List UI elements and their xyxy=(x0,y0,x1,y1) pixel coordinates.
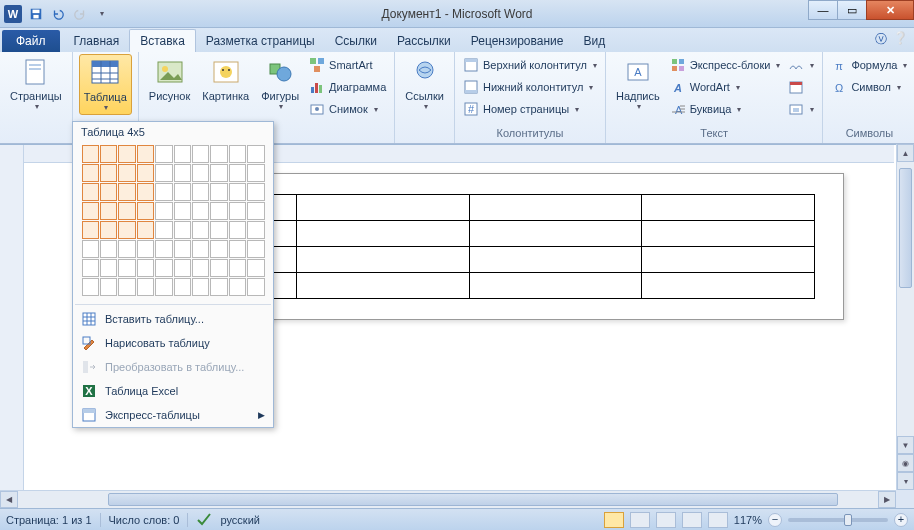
hscroll-thumb[interactable] xyxy=(108,493,838,506)
textbox-button[interactable]: A Надпись▾ xyxy=(612,54,664,113)
table-grid-picker[interactable] xyxy=(73,142,273,302)
grid-cell[interactable] xyxy=(174,164,191,182)
grid-cell[interactable] xyxy=(100,145,117,163)
grid-cell[interactable] xyxy=(82,202,99,220)
grid-cell[interactable] xyxy=(247,240,264,258)
tab-file[interactable]: Файл xyxy=(2,30,60,52)
grid-cell[interactable] xyxy=(82,278,99,296)
tab-home[interactable]: Главная xyxy=(64,30,130,52)
grid-cell[interactable] xyxy=(210,240,227,258)
next-page-button[interactable]: ▾ xyxy=(897,472,914,490)
grid-cell[interactable] xyxy=(82,240,99,258)
grid-cell[interactable] xyxy=(229,278,246,296)
grid-cell[interactable] xyxy=(137,259,154,277)
datetime-button[interactable] xyxy=(786,76,816,98)
grid-cell[interactable] xyxy=(174,259,191,277)
grid-cell[interactable] xyxy=(82,164,99,182)
redo-button[interactable] xyxy=(70,4,90,24)
grid-cell[interactable] xyxy=(100,278,117,296)
grid-cell[interactable] xyxy=(192,145,209,163)
maximize-button[interactable]: ▭ xyxy=(837,0,867,20)
horizontal-scrollbar[interactable]: ◀ ▶ xyxy=(0,490,896,508)
grid-cell[interactable] xyxy=(155,164,172,182)
signature-button[interactable]: ▾ xyxy=(786,54,816,76)
grid-cell[interactable] xyxy=(192,164,209,182)
grid-cell[interactable] xyxy=(247,259,264,277)
close-button[interactable]: ✕ xyxy=(866,0,914,20)
grid-cell[interactable] xyxy=(100,202,117,220)
object-button[interactable]: ▾ xyxy=(786,98,816,120)
grid-cell[interactable] xyxy=(210,202,227,220)
vscroll-thumb[interactable] xyxy=(899,168,912,288)
word-count[interactable]: Число слов: 0 xyxy=(109,514,180,526)
grid-cell[interactable] xyxy=(118,240,135,258)
grid-cell[interactable] xyxy=(247,202,264,220)
smartart-button[interactable]: SmartArt xyxy=(307,54,388,76)
grid-cell[interactable] xyxy=(137,221,154,239)
grid-cell[interactable] xyxy=(210,259,227,277)
grid-cell[interactable] xyxy=(174,221,191,239)
grid-cell[interactable] xyxy=(229,145,246,163)
insert-table-item[interactable]: Вставить таблицу... xyxy=(73,307,273,331)
quickparts-button[interactable]: Экспресс-блоки▾ xyxy=(668,54,783,76)
grid-cell[interactable] xyxy=(155,278,172,296)
grid-cell[interactable] xyxy=(155,240,172,258)
grid-cell[interactable] xyxy=(210,164,227,182)
grid-cell[interactable] xyxy=(82,183,99,201)
chart-button[interactable]: Диаграмма xyxy=(307,76,388,98)
grid-cell[interactable] xyxy=(174,278,191,296)
grid-cell[interactable] xyxy=(174,202,191,220)
spellcheck-icon[interactable] xyxy=(196,512,212,528)
grid-cell[interactable] xyxy=(192,183,209,201)
scroll-right-button[interactable]: ▶ xyxy=(878,491,896,508)
grid-cell[interactable] xyxy=(155,221,172,239)
grid-cell[interactable] xyxy=(229,240,246,258)
grid-cell[interactable] xyxy=(118,221,135,239)
qat-customize-icon[interactable]: ▾ xyxy=(92,4,112,24)
grid-cell[interactable] xyxy=(229,259,246,277)
grid-cell[interactable] xyxy=(82,259,99,277)
scroll-up-button[interactable]: ▲ xyxy=(897,144,914,162)
print-layout-view[interactable] xyxy=(604,512,624,528)
prev-page-button[interactable]: ◉ xyxy=(897,454,914,472)
grid-cell[interactable] xyxy=(192,240,209,258)
grid-cell[interactable] xyxy=(137,202,154,220)
grid-cell[interactable] xyxy=(174,145,191,163)
grid-cell[interactable] xyxy=(137,164,154,182)
grid-cell[interactable] xyxy=(118,278,135,296)
grid-cell[interactable] xyxy=(155,145,172,163)
pages-button[interactable]: Страницы▾ xyxy=(6,54,66,113)
grid-cell[interactable] xyxy=(100,164,117,182)
grid-cell[interactable] xyxy=(210,221,227,239)
grid-cell[interactable] xyxy=(100,221,117,239)
grid-cell[interactable] xyxy=(247,183,264,201)
tab-references[interactable]: Ссылки xyxy=(325,30,387,52)
footer-button[interactable]: Нижний колонтитул▾ xyxy=(461,76,599,98)
grid-cell[interactable] xyxy=(247,278,264,296)
grid-cell[interactable] xyxy=(192,259,209,277)
grid-cell[interactable] xyxy=(100,240,117,258)
minimize-button[interactable]: — xyxy=(808,0,838,20)
grid-cell[interactable] xyxy=(247,145,264,163)
header-button[interactable]: Верхний колонтитул▾ xyxy=(461,54,599,76)
grid-cell[interactable] xyxy=(174,240,191,258)
grid-cell[interactable] xyxy=(100,259,117,277)
grid-cell[interactable] xyxy=(229,221,246,239)
grid-cell[interactable] xyxy=(229,183,246,201)
grid-cell[interactable] xyxy=(118,202,135,220)
scroll-down-button[interactable]: ▼ xyxy=(897,436,914,454)
zoom-in-button[interactable]: + xyxy=(894,513,908,527)
table-button[interactable]: Таблица▾ xyxy=(79,54,132,115)
vertical-scrollbar[interactable]: ▲ ▼ ◉ ▾ xyxy=(896,144,914,490)
grid-cell[interactable] xyxy=(118,164,135,182)
zoom-out-button[interactable]: − xyxy=(768,513,782,527)
shapes-button[interactable]: Фигуры▾ xyxy=(257,54,303,113)
grid-cell[interactable] xyxy=(210,183,227,201)
scroll-left-button[interactable]: ◀ xyxy=(0,491,18,508)
quick-tables-item[interactable]: Экспресс-таблицы▶ xyxy=(73,403,273,427)
picture-button[interactable]: Рисунок xyxy=(145,54,195,104)
grid-cell[interactable] xyxy=(118,259,135,277)
undo-button[interactable] xyxy=(48,4,68,24)
symbol-button[interactable]: ΩСимвол▾ xyxy=(829,76,909,98)
grid-cell[interactable] xyxy=(137,183,154,201)
